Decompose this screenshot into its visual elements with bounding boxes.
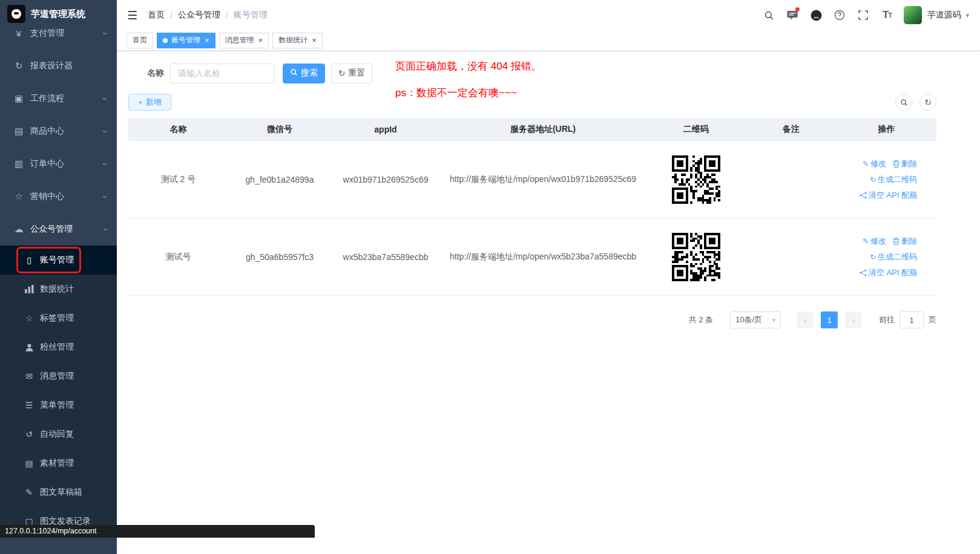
sidebar-item-goods-center[interactable]: ▤ 商品中心 › [0,115,117,148]
prev-page-button[interactable]: ‹ [797,311,814,328]
message-icon: ✉ [24,371,34,381]
sidebar-menu: ¥ 支付管理 › ↻ 报表设计器 ▣ 工作流程 › ▤ 商品中心 › ▥ 订单中… [0,17,117,543]
breadcrumb-section[interactable]: 公众号管理 [178,10,220,21]
sidebar-item-draft-box[interactable]: ✎ 图文草稿箱 [0,478,117,507]
sidebar-collapse-icon[interactable]: ☰ [127,10,137,21]
goto-page-input[interactable] [899,311,924,328]
sidebar-item-label: 素材管理 [40,458,74,469]
refresh-table-button[interactable]: ↻ [919,94,936,111]
material-icon: ▤ [24,458,34,468]
show-search-toggle-button[interactable] [895,94,912,111]
browser-status-bar: 127.0.0.1:1024/mp/account [0,525,315,538]
annotation-notes: 页面正确加载，没有 404 报错。 ps：数据不一定会有噢~~~ [395,59,542,112]
sidebar-item-label: 商品中心 [30,126,64,137]
order-center-icon: ▥ [13,158,24,169]
trash-icon [893,238,899,245]
generate-qr-link[interactable]: ↻生成二维码 [870,174,917,185]
page-size-select[interactable]: 10条/页 ▾ [730,311,781,328]
clear-api-quota-link[interactable]: 清空 API 配额 [860,190,917,201]
sidebar-item-label: 粉丝管理 [40,342,74,353]
tab-home[interactable]: 首页 [127,33,153,48]
sidebar-item-wechat-mp[interactable]: ☁ 公众号管理 › [0,213,117,246]
sidebar: 芋道管理系统 ¥ 支付管理 › ↻ 报表设计器 ▣ 工作流程 › ▤ 商品中心 … [0,0,117,554]
sidebar-item-account-management[interactable]: ▯ 账号管理 [0,246,117,275]
cell-url: http://服务端地址/mp/open/wx5b23ba7a5589ecbb [440,218,646,295]
search-button[interactable]: 搜索 [283,64,325,83]
font-size-icon[interactable]: TT [880,8,893,22]
message-notice-icon[interactable] [786,8,799,22]
qr-code [672,155,720,204]
sidebar-item-menu-management[interactable]: ☰ 菜单管理 [0,391,117,420]
menu-icon: ☰ [24,400,34,410]
tab-label: 消息管理 [225,35,254,45]
draft-icon: ✎ [24,487,34,497]
sidebar-item-tag-management[interactable]: ☆ 标签管理 [0,304,117,333]
name-search-input[interactable] [170,64,275,83]
workflow-icon: ▣ [13,93,24,104]
sidebar-item-fans-management[interactable]: 粉丝管理 [0,333,117,362]
qr-code [672,233,720,281]
wechat-mp-submenu: ▯ 账号管理 数据统计 ☆ 标签管理 粉丝管理 ✉ [0,246,117,536]
name-field-label: 名称 [147,68,164,79]
search-icon[interactable] [762,8,775,22]
chevron-down-icon: › [100,130,109,132]
help-icon[interactable] [833,8,846,22]
delete-link[interactable]: 删除 [893,236,917,247]
delete-link[interactable]: 删除 [893,158,917,169]
payment-icon: ¥ [13,28,24,39]
close-icon[interactable]: × [258,36,263,44]
navbar-actions: TT 芋道源码 ▾ [762,6,969,24]
tab-label: 首页 [133,35,147,45]
fullscreen-icon[interactable] [857,8,870,22]
cell-app-id: wx01b971b269525c69 [331,141,440,218]
sidebar-item-order-center[interactable]: ▥ 订单中心 › [0,148,117,180]
add-button[interactable]: + 新增 [128,94,171,111]
tab-message-management[interactable]: 消息管理 × [219,33,269,48]
annotation-line-1: 页面正确加载，没有 404 报错。 [395,59,542,73]
clear-api-quota-link[interactable]: 清空 API 配额 [860,267,917,278]
sidebar-item-marketing-center[interactable]: ☆ 营销中心 › [0,180,117,213]
sidebar-item-report-designer[interactable]: ↻ 报表设计器 [0,50,117,82]
sidebar-item-data-statistics[interactable]: 数据统计 [0,275,117,304]
tags-view-bar: 首页 账号管理 × 消息管理 × 数据统计 × [117,30,980,51]
edit-link[interactable]: ✎修改 [863,158,886,169]
generate-qr-link[interactable]: ↻生成二维码 [870,252,917,262]
refresh-icon: ↻ [870,253,876,261]
next-page-button[interactable]: › [845,311,862,328]
tab-data-statistics[interactable]: 数据统计 × [272,33,323,48]
goto-label: 前往 [879,314,895,325]
tab-account-management[interactable]: 账号管理 × [157,33,215,48]
table-header-row: 名称 微信号 appId 服务器地址(URL) 二维码 备注 操作 [128,118,936,141]
edit-icon: ✎ [863,238,869,245]
page-number-button[interactable]: 1 [821,311,838,328]
breadcrumb-home[interactable]: 首页 [148,10,165,21]
sidebar-item-auto-reply[interactable]: ↺ 自动回复 [0,420,117,449]
edit-link[interactable]: ✎修改 [863,236,886,247]
column-header: 备注 [746,118,837,141]
app-logo-row: 芋道管理系统 [0,0,117,28]
sidebar-item-material-management[interactable]: ▤ 素材管理 [0,449,117,478]
cell-app-id: wx5b23ba7a5589ecbb [331,218,440,295]
github-icon[interactable] [809,8,823,22]
column-header: 二维码 [646,118,746,141]
close-icon[interactable]: × [205,36,209,44]
sidebar-item-label: 公众号管理 [30,224,73,235]
column-header: 服务器地址(URL) [440,118,646,141]
cell-actions: ✎修改 删除 ↻生成二维码 清空 API 配额 [837,141,936,218]
annotation-line-2: ps：数据不一定会有噢~~~ [395,86,542,100]
close-icon[interactable]: × [312,36,317,44]
search-icon [290,68,298,78]
pagination-total: 共 2 条 [689,314,713,325]
share-icon [860,269,867,276]
refresh-icon: ↻ [870,176,876,183]
sidebar-item-message-management[interactable]: ✉ 消息管理 [0,362,117,391]
reset-button[interactable]: ↻ 重置 [331,64,372,83]
plus-icon: + [138,98,143,107]
notification-badge-dot [795,7,800,11]
user-menu[interactable]: 芋道源码 ▾ [904,6,969,24]
sidebar-item-workflow[interactable]: ▣ 工作流程 › [0,82,117,115]
share-icon [860,192,867,199]
sidebar-item-label: 消息管理 [40,371,74,382]
chevron-up-icon: › [100,228,109,230]
sidebar-item-label: 菜单管理 [40,400,74,411]
